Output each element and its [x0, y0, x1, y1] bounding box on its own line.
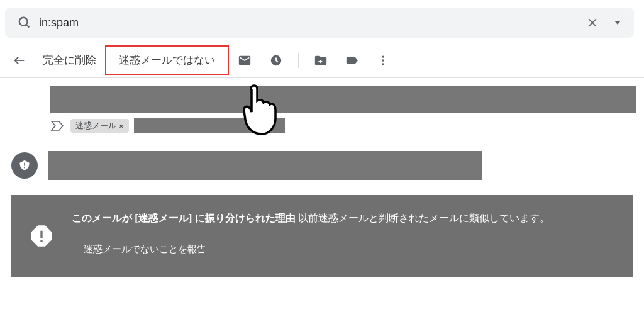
more-options-icon[interactable] [368, 49, 398, 72]
sender-avatar [11, 152, 38, 179]
spam-label-text: 迷惑メール [75, 120, 116, 131]
spam-banner-title-bold: このメールが [迷惑メール] に振り分けられた理由 [72, 213, 296, 223]
toolbar: 完全に削除 迷惑メールではない [0, 43, 644, 78]
not-spam-button[interactable]: 迷惑メールではない [105, 45, 229, 75]
clear-search-icon[interactable] [579, 16, 606, 29]
search-bar [5, 8, 634, 38]
svg-point-6 [382, 55, 384, 57]
spam-label-chip[interactable]: 迷惑メール × [70, 119, 129, 133]
back-arrow-icon[interactable] [5, 48, 34, 72]
label-row: 迷惑メール × [0, 113, 644, 138]
labels-icon[interactable] [336, 48, 368, 72]
important-marker-icon[interactable] [50, 120, 65, 131]
delete-forever-button[interactable]: 完全に削除 [34, 49, 105, 71]
spam-banner-text: このメールが [迷惑メール] に振り分けられた理由 以前迷惑メールと判断されたメ… [72, 210, 615, 226]
svg-point-7 [382, 59, 384, 61]
snooze-icon[interactable] [260, 48, 292, 72]
toolbar-divider [298, 53, 299, 68]
svg-point-0 [19, 18, 28, 26]
remove-label-icon[interactable]: × [119, 121, 124, 131]
svg-point-8 [382, 63, 384, 65]
mark-unread-icon[interactable] [229, 48, 260, 72]
search-options-dropdown-icon[interactable] [606, 19, 629, 26]
move-to-icon[interactable] [305, 48, 336, 72]
redacted-subject [50, 86, 636, 113]
svg-line-1 [26, 25, 30, 28]
redacted-label-area [134, 118, 285, 133]
redacted-sender-info [48, 151, 482, 180]
report-not-spam-button[interactable]: 迷惑メールでないことを報告 [72, 237, 218, 262]
search-icon[interactable] [10, 16, 39, 30]
spam-warning-icon [29, 223, 54, 249]
spam-banner-content: このメールが [迷惑メール] に振り分けられた理由 以前迷惑メールと判断されたメ… [72, 210, 615, 262]
sender-row [0, 138, 644, 180]
message-content: 迷惑メール × このメールが [迷惑メール] に振り分けられた理由 以前迷惑メー… [0, 78, 644, 277]
spam-banner-title-rest: 以前迷惑メールと判断されたメールに類似しています。 [296, 213, 550, 223]
search-input[interactable] [39, 16, 579, 30]
spam-warning-banner: このメールが [迷惑メール] に振り分けられた理由 以前迷惑メールと判断されたメ… [11, 195, 633, 277]
